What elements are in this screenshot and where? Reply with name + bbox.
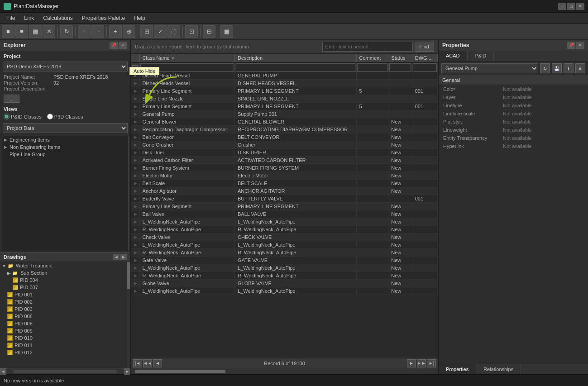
filter-description[interactable] (236, 63, 356, 71)
drawing-water-treatment[interactable]: ▼ Water Treatment (0, 262, 127, 269)
prop-refresh-btn[interactable]: ↻ (540, 63, 550, 73)
table-row[interactable]: ▶ R_WeldingNeck_AutoPipe R_WeldingNeck_A… (131, 226, 438, 234)
nav-prev-page[interactable]: ◄◄ (143, 359, 152, 367)
project-desc-button[interactable]: ... (4, 95, 19, 103)
tb-btn-close[interactable]: ✕ (43, 25, 55, 38)
table-row[interactable]: ▶ Single Line Nozzle SINGLE LINE NOZZLE (131, 95, 438, 103)
table-row[interactable]: ▶ Belt Conveyor BELT CONVEYOR New (131, 133, 438, 141)
table-row[interactable]: ▶ Burner Firing System BURNER FIRING SYS… (131, 164, 438, 172)
menu-help[interactable]: Help (129, 14, 150, 22)
tb-btn-back[interactable]: ← (78, 25, 91, 38)
table-row[interactable]: ▶ Primary Line Segment PRIMARY LINE SEGM… (131, 203, 438, 210)
col-dwg[interactable]: DWG ... (412, 54, 437, 62)
prop-save-btn[interactable]: 💾 (552, 63, 562, 73)
nav-next[interactable]: ► (407, 359, 416, 367)
tb-btn-import[interactable]: ⊟ (203, 25, 215, 38)
table-row[interactable]: ▶ Reciprocating Diaphragm Compressor REC… (131, 126, 438, 133)
table-row[interactable]: ▶ R_WeldingNeck_AutoPipe R_WeldingNeck_A… (131, 249, 438, 257)
maximize-button[interactable]: □ (567, 3, 575, 10)
drawing-pid-001[interactable]: PID 001 (0, 291, 127, 298)
drawing-pid-008[interactable]: PID 008 (0, 320, 127, 327)
drawings-right-btn[interactable]: ► (120, 254, 127, 260)
table-row[interactable]: ▶ L_WeldingNeck_AutoPipe L_WeldingNeck_A… (131, 241, 438, 249)
tb-btn-refresh[interactable]: ↻ (60, 25, 73, 38)
tb-btn-3[interactable]: ▦ (29, 25, 42, 38)
menu-calculations[interactable]: Calculations (38, 14, 77, 22)
drawing-pid-012[interactable]: PID 012 (0, 349, 127, 356)
drawing-pid-002[interactable]: PID 002 (0, 298, 127, 305)
table-row[interactable]: ▶ General Blower GENERAL BLOWER New (131, 118, 438, 126)
table-row[interactable]: ▶ Globe Valve GLOBE VALVE New (131, 280, 438, 287)
tree-item-non-engineering[interactable]: ▶ Non Engineering Items (2, 143, 128, 151)
table-row[interactable]: ▶ Activated Carbon Filter ACTIVATED CARB… (131, 157, 438, 164)
col-comment[interactable]: Comment (356, 54, 388, 62)
filter-icon[interactable]: ▼ (132, 65, 138, 71)
tab-pid[interactable]: P&ID (468, 51, 494, 61)
tb-btn-edit[interactable]: ⬚ (167, 25, 180, 38)
explorer-close-button[interactable]: ✕ (119, 42, 127, 49)
drawing-pid-007[interactable]: PID 007 (0, 284, 127, 291)
tab-properties[interactable]: Properties (439, 364, 476, 374)
col-description[interactable]: Description (235, 54, 357, 62)
tb-btn-2[interactable]: ≡ (15, 25, 28, 38)
menu-file[interactable]: File (2, 14, 19, 22)
project-data-dropdown[interactable]: Project Data (3, 123, 128, 133)
table-row[interactable]: ▶ Check Valve CHECK VALVE New (131, 234, 438, 241)
table-hscroll[interactable] (131, 368, 438, 374)
menu-properties-palette[interactable]: Properties Palette (77, 14, 129, 22)
explorer-pin-button[interactable]: 📌 (110, 42, 118, 49)
table-row[interactable]: ▶ L_WeldingNeck_AutoPipe L_WeldingNeck_A… (131, 287, 438, 295)
drawing-pid-003[interactable]: PID 003 (0, 305, 127, 313)
tb-btn-add-circle[interactable]: ⊕ (123, 25, 135, 38)
tb-btn-grid[interactable]: ⊞ (140, 25, 153, 38)
nav-last[interactable]: ►| (427, 359, 436, 367)
radio-pid[interactable] (4, 114, 10, 119)
prop-close-button[interactable]: ✕ (576, 42, 584, 49)
table-row[interactable]: ▶ Dished Heads Vessel GENERAL PUMP (131, 72, 438, 80)
tab-acad[interactable]: ACAD (439, 51, 468, 61)
col-classname[interactable]: Class Name ▼ (139, 54, 234, 62)
tree-item-pipeline[interactable]: ▶ Pipe Line Group (2, 151, 128, 158)
minimize-button[interactable]: ─ (558, 3, 566, 10)
table-row[interactable]: ▶ Primary Line Segment PRIMARY LINE SEGM… (131, 87, 438, 95)
table-row[interactable]: ▶ Butterfly Valve BUTTERFLY VALVE 001 (131, 195, 438, 203)
menu-link[interactable]: Link (19, 14, 38, 22)
drawing-pid-009[interactable]: PID 009 (0, 327, 127, 334)
tb-btn-1[interactable]: ■ (2, 25, 14, 38)
table-row[interactable]: ▶ Belt Scale BELT SCALE New (131, 180, 438, 187)
tb-btn-check[interactable]: ✓ (154, 25, 167, 38)
tree-item-engineering[interactable]: ▶ Engineering Items (2, 136, 128, 143)
radio-p3d[interactable] (47, 114, 53, 119)
tb-btn-export[interactable]: ⊡ (185, 25, 198, 38)
col-status[interactable]: Status (388, 54, 412, 62)
drawing-pid-011[interactable]: PID 011 (0, 342, 127, 349)
filter-status[interactable] (389, 63, 411, 71)
tab-relationships[interactable]: Relationships (476, 364, 521, 374)
filter-dwg[interactable] (413, 63, 436, 71)
explorer-hscroll[interactable]: ◄ ► (0, 368, 130, 374)
table-row[interactable]: ▶ Gate Valve GATE VALVE New (131, 257, 438, 264)
table-row[interactable]: ▶ Dished Heads Vessel DISHED HEADS VESSE… (131, 80, 438, 87)
radio-p3d-label[interactable]: P3D Classes (47, 114, 83, 119)
drawing-sub-section[interactable]: ▶ Sub Section (0, 269, 127, 276)
filter-comment[interactable] (357, 63, 387, 71)
table-row[interactable]: ▶ Anchor Agitator ANCHOR AGITATOR New (131, 187, 438, 195)
table-row[interactable]: ▶ Electric Motor Electric Motor New (131, 172, 438, 180)
table-row[interactable]: ▶ L_WeldingNeck_AutoPipe L_WeldingNeck_A… (131, 264, 438, 272)
drawing-pid-004[interactable]: PID 004 (0, 276, 127, 284)
drawings-scrollbar[interactable] (127, 262, 130, 368)
table-row[interactable]: ▶ Disk Drier DISK DRIER New (131, 149, 438, 157)
table-row[interactable]: ▶ General Pump Supply Pump 001 (131, 110, 438, 118)
filter-classname[interactable] (140, 63, 234, 71)
radio-pid-label[interactable]: P&ID Classes (4, 114, 42, 119)
project-dropdown[interactable]: PSD Demo XREFs 2018 (3, 62, 128, 71)
close-button[interactable]: ✕ (576, 3, 584, 10)
nav-prev[interactable]: ◄ (153, 359, 162, 367)
prop-object-dropdown[interactable]: General Pump (441, 63, 538, 73)
nav-first[interactable]: |◄ (133, 359, 142, 367)
table-row[interactable]: ▶ Ball Valve BALL VALVE New (131, 210, 438, 218)
table-row[interactable]: ▶ R_WeldingNeck_AutoPipe R_WeldingNeck_A… (131, 272, 438, 280)
drawing-pid-006[interactable]: PID 006 (0, 313, 127, 320)
search-input[interactable] (322, 42, 413, 52)
nav-next-page[interactable]: ►► (417, 359, 426, 367)
